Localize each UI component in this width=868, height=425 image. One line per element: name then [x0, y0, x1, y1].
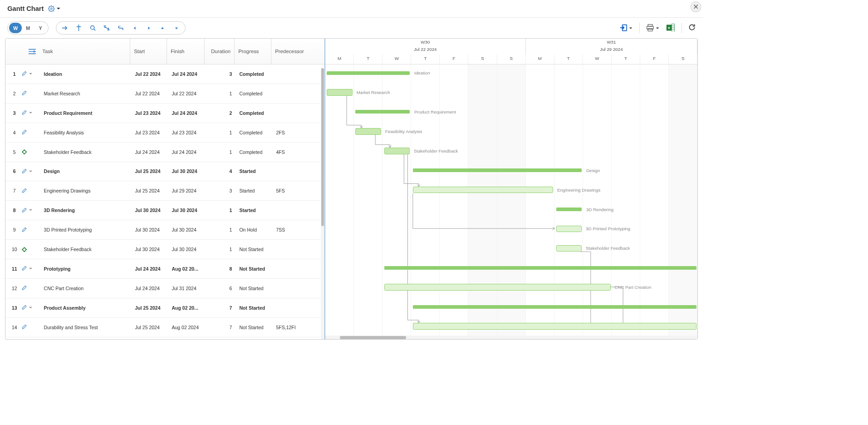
table-row[interactable]: 12CNC Part CreationJul 24 2024Jul 31 202…	[5, 279, 324, 298]
import-button[interactable]	[619, 24, 633, 31]
task-start: Jul 25 2024	[131, 168, 168, 174]
table-row[interactable]: 5Stakeholder FeedbackJul 24 2024Jul 24 2…	[5, 143, 324, 162]
gantt-summary-bar[interactable]: Prototyping	[384, 266, 697, 270]
chevron-down-icon[interactable]	[29, 305, 33, 311]
col-progress[interactable]: Progress	[234, 39, 271, 64]
collapse-button[interactable]	[156, 23, 170, 33]
table-row[interactable]: 14Durability and Stress TestJul 25 2024A…	[5, 318, 324, 337]
timeline-day: T	[411, 54, 440, 64]
gantt-task-bar[interactable]: Engineering Drawings	[413, 187, 553, 193]
edit-icon[interactable]	[22, 188, 27, 194]
gantt-summary-bar[interactable]: Product Asser	[413, 305, 696, 309]
table-row[interactable]: 11PrototypingJul 24 2024Aug 02 20...8Not…	[5, 259, 324, 279]
edit-icon[interactable]	[22, 266, 27, 272]
gantt-summary-bar[interactable]: Ideation	[327, 71, 410, 75]
chevron-down-icon[interactable]	[29, 71, 33, 77]
task-duration: 7	[206, 305, 235, 311]
chevron-down-icon[interactable]	[29, 208, 33, 213]
gantt-summary-bar[interactable]: Design	[413, 168, 582, 172]
table-row[interactable]: 83D RenderingJul 30 2024Jul 30 20241Star…	[5, 201, 324, 220]
col-task[interactable]: Task	[39, 49, 130, 54]
col-start[interactable]: Start	[130, 39, 167, 64]
gantt-task-bar[interactable]: 3D Printed Prototyping	[556, 226, 582, 232]
table-row[interactable]: 6DesignJul 25 2024Jul 30 20244Started	[5, 162, 324, 182]
gantt-summary-bar[interactable]: 3D Rendering	[556, 208, 582, 211]
gantt-task-bar[interactable]: CNC Part Creation	[384, 284, 611, 291]
gantt-task-bar[interactable]: Durability and	[413, 323, 696, 330]
table-row[interactable]: 93D Printed PrototypingJul 30 2024Jul 30…	[5, 220, 324, 240]
edit-icon[interactable]	[22, 305, 27, 311]
task-start: Jul 24 2024	[131, 266, 168, 272]
gantt-task-bar[interactable]: Stakeholder Feedback	[384, 148, 410, 154]
vertical-scrollbar[interactable]	[321, 68, 324, 339]
signpost-icon	[76, 25, 82, 31]
gantt-summary-bar[interactable]: Product Requirement	[355, 110, 410, 114]
table-row[interactable]: 3Product RequirementJul 23 2024Jul 24 20…	[5, 104, 324, 123]
export-excel-button[interactable]: X	[666, 24, 675, 33]
page-header: Gantt Chart	[0, 0, 703, 18]
refresh-icon	[688, 24, 696, 31]
next-button[interactable]	[142, 23, 156, 33]
timeline-day: T	[354, 54, 383, 64]
chevron-down-icon[interactable]	[29, 168, 33, 174]
print-button[interactable]	[646, 24, 659, 31]
chevron-down-icon[interactable]	[29, 266, 33, 272]
col-finish[interactable]: Finish	[167, 39, 204, 64]
milestone-button[interactable]	[72, 23, 86, 33]
unlink-button[interactable]	[100, 23, 114, 33]
row-number: 2	[7, 91, 22, 96]
edit-icon[interactable]	[22, 110, 27, 116]
timeline-day: T	[612, 54, 640, 64]
table-row[interactable]: 1IdeationJul 22 2024Jul 24 20243Complete…	[5, 64, 324, 84]
svg-text:X: X	[668, 26, 671, 30]
task-finish: Jul 30 2024	[168, 227, 206, 232]
table-row[interactable]: 13Product AssemblyJul 25 2024Aug 02 20..…	[5, 298, 324, 318]
task-name: Prototyping	[40, 266, 131, 272]
col-duration[interactable]: Duration	[204, 39, 234, 64]
chevron-down-icon[interactable]	[29, 110, 33, 116]
vertical-scrollbar-thumb[interactable]	[321, 68, 324, 226]
close-button[interactable]	[691, 1, 701, 12]
svg-rect-3	[648, 25, 652, 26]
timeline-day: S	[468, 54, 497, 64]
horizontal-scrollbar[interactable]	[325, 336, 697, 339]
edit-icon[interactable]	[22, 71, 27, 77]
search-button[interactable]	[86, 23, 100, 33]
view-week[interactable]: W	[9, 23, 22, 33]
edit-icon[interactable]	[22, 285, 27, 291]
edit-icon[interactable]	[22, 227, 27, 233]
table-row[interactable]: 2Market ResearchJul 22 2024Jul 22 20241C…	[5, 84, 324, 104]
link-button[interactable]	[114, 23, 128, 33]
edit-icon[interactable]	[22, 208, 27, 213]
task-progress: Not Started	[235, 325, 272, 330]
prev-button[interactable]	[128, 23, 142, 33]
row-number: 1	[7, 71, 22, 77]
gantt-task-bar[interactable]: Feasibility Analysis	[355, 128, 381, 135]
bar-label: 3D Rendering	[586, 207, 613, 212]
refresh-button[interactable]	[688, 24, 696, 32]
view-month[interactable]: M	[22, 23, 34, 33]
edit-icon[interactable]	[22, 129, 27, 135]
gantt-body[interactable]: IdeationMarket ResearchProduct Requireme…	[325, 64, 697, 340]
indent-icon[interactable]	[24, 49, 39, 54]
timeline-week: W30	[325, 39, 526, 47]
table-row[interactable]: 4Feasibility AnalysisJul 23 2024Jul 23 2…	[5, 123, 324, 143]
gantt-task-bar[interactable]: Stakeholder Feedback	[556, 245, 582, 252]
expand-button[interactable]	[170, 23, 184, 33]
table-row[interactable]: 10Stakeholder FeedbackJul 30 2024Jul 30 …	[5, 240, 324, 259]
close-icon	[693, 4, 698, 9]
view-year[interactable]: Y	[34, 23, 47, 33]
horizontal-scrollbar-thumb[interactable]	[340, 336, 406, 339]
settings-dropdown[interactable]	[48, 5, 61, 12]
row-number: 9	[7, 227, 22, 232]
task-start: Jul 30 2024	[131, 247, 168, 252]
goto-today-button[interactable]	[58, 23, 72, 33]
task-duration: 8	[206, 266, 235, 272]
edit-icon[interactable]	[22, 324, 27, 330]
edit-icon[interactable]	[22, 168, 27, 174]
table-row[interactable]: 7Engineering DrawingsJul 25 2024Jul 29 2…	[5, 181, 324, 201]
gantt-task-bar[interactable]: Market Research	[327, 89, 353, 96]
edit-icon[interactable]	[22, 90, 27, 96]
task-duration: 3	[206, 71, 235, 77]
col-predecessor[interactable]: Predecessor	[271, 39, 306, 64]
